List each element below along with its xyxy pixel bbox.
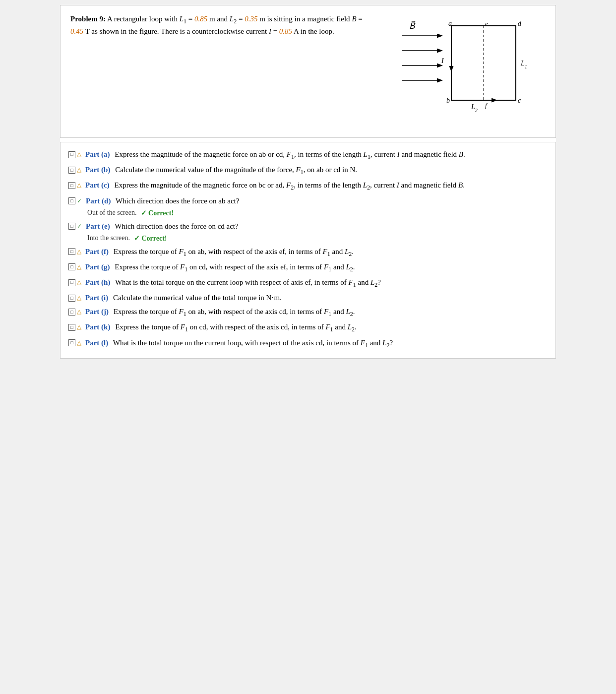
part-c-icons: □ △ bbox=[68, 181, 81, 190]
part-h-text: What is the total torque on the current … bbox=[115, 278, 381, 286]
part-row-e: □ ✓ Part (e) Which direction does the fo… bbox=[68, 220, 548, 232]
part-g-text: Express the torque of F1 on cd, with res… bbox=[115, 263, 355, 271]
svg-text:L1: L1 bbox=[520, 60, 527, 69]
triangle-icon-i: △ bbox=[77, 293, 81, 303]
triangle-icon-l: △ bbox=[77, 338, 81, 348]
part-c-label: Part (c) bbox=[85, 181, 110, 189]
part-e-text: Which direction does the force on cd act… bbox=[115, 222, 238, 230]
svg-text:L2: L2 bbox=[471, 103, 478, 113]
part-b-content: Part (b) Calculate the numerical value o… bbox=[85, 164, 357, 177]
part-j-icons: □ △ bbox=[68, 307, 81, 316]
figure-svg: B⃗ a d b c e f L1 L2 I bbox=[397, 18, 536, 127]
part-row-f: □ △ Part (f) Express the torque of F1 on… bbox=[68, 246, 548, 259]
checkbox-b[interactable]: □ bbox=[68, 167, 75, 174]
page-container: Problem 9: A rectangular loop with L1 = … bbox=[60, 5, 556, 359]
checkbox-d[interactable]: □ bbox=[68, 197, 75, 204]
triangle-icon-g: △ bbox=[77, 262, 81, 272]
triangle-icon-h: △ bbox=[77, 278, 81, 287]
part-a-label: Part (a) bbox=[85, 150, 110, 158]
checkbox-g[interactable]: □ bbox=[68, 263, 75, 270]
triangle-icon-f: △ bbox=[77, 247, 81, 256]
part-i-text: Calculate the numerical value of the tot… bbox=[113, 294, 282, 302]
part-l-text: What is the total torque on the current … bbox=[113, 339, 393, 347]
part-l-content: Part (l) What is the total torque on the… bbox=[85, 337, 393, 350]
part-row-i: □ △ Part (i) Calculate the numerical val… bbox=[68, 292, 548, 304]
part-e-label: Part (e) bbox=[86, 222, 110, 230]
part-g-content: Part (g) Express the torque of F1 on cd,… bbox=[85, 261, 355, 274]
part-g-icons: □ △ bbox=[68, 262, 81, 272]
triangle-icon-c: △ bbox=[77, 181, 81, 190]
figure-area: B⃗ a d b c e f L1 L2 I bbox=[387, 13, 546, 127]
part-a-icons: □ △ bbox=[68, 150, 81, 159]
checkbox-j[interactable]: □ bbox=[68, 309, 75, 315]
parts-section: □ △ Part (a) Express the magnitude of th… bbox=[60, 142, 556, 359]
part-k-content: Part (k) Express the torque of F1 on cd,… bbox=[85, 321, 357, 334]
part-k-icons: □ △ bbox=[68, 322, 81, 332]
part-k-text: Express the torque of F1 on cd, with res… bbox=[115, 323, 357, 331]
part-b-text: Calculate the numerical value of the mag… bbox=[115, 166, 357, 174]
part-row-g: □ △ Part (g) Express the torque of F1 on… bbox=[68, 261, 548, 274]
part-d-answer-line: Out of the screen. ✓ Correct! bbox=[87, 209, 548, 217]
part-d-correct: ✓ Correct! bbox=[141, 209, 174, 217]
part-a-text: Express the magnitude of the magnetic fo… bbox=[115, 150, 465, 158]
part-e-content: Part (e) Which direction does the force … bbox=[86, 220, 239, 232]
part-row-c: □ △ Part (c) Express the magnitude of th… bbox=[68, 179, 548, 192]
svg-text:a: a bbox=[448, 20, 452, 27]
part-h-content: Part (h) What is the total torque on the… bbox=[85, 276, 381, 290]
part-f-text: Express the torque of F1 on ab, with res… bbox=[114, 248, 354, 255]
triangle-icon-k: △ bbox=[77, 322, 81, 332]
part-c-content: Part (c) Express the magnitude of the ma… bbox=[85, 179, 465, 192]
part-l-icons: □ △ bbox=[68, 338, 81, 348]
part-h-icons: □ △ bbox=[68, 278, 81, 287]
part-d-text: Which direction does the force on ab act… bbox=[116, 197, 239, 205]
part-row-a: □ △ Part (a) Express the magnitude of th… bbox=[68, 148, 548, 162]
checkbox-e[interactable]: □ bbox=[68, 223, 75, 230]
svg-text:B⃗: B⃗ bbox=[409, 21, 416, 31]
checkbox-a[interactable]: □ bbox=[68, 151, 75, 158]
part-d-icons: □ ✓ bbox=[68, 196, 82, 206]
part-h-label: Part (h) bbox=[85, 278, 110, 286]
check-icon-d: ✓ bbox=[77, 196, 82, 206]
part-e-answer: Into the screen. bbox=[87, 234, 130, 242]
problem-number: Problem 9: bbox=[70, 15, 106, 23]
checkbox-k[interactable]: □ bbox=[68, 324, 75, 331]
triangle-icon-b: △ bbox=[77, 165, 81, 175]
part-row-k: □ △ Part (k) Express the torque of F1 on… bbox=[68, 321, 548, 334]
svg-text:d: d bbox=[518, 20, 522, 27]
part-d-label: Part (d) bbox=[86, 197, 111, 205]
svg-text:I: I bbox=[441, 57, 444, 64]
checkbox-l[interactable]: □ bbox=[68, 339, 75, 346]
part-row-j: □ △ Part (j) Express the torque of F1 on… bbox=[68, 306, 548, 319]
part-f-label: Part (f) bbox=[85, 248, 109, 255]
part-i-label: Part (i) bbox=[85, 294, 108, 302]
checkbox-i[interactable]: □ bbox=[68, 295, 75, 302]
part-c-text: Express the magnitude of the magnetic fo… bbox=[114, 181, 464, 189]
part-e-answer-line: Into the screen. ✓ Correct! bbox=[87, 234, 548, 243]
part-j-content: Part (j) Express the torque of F1 on ab,… bbox=[85, 306, 355, 319]
part-i-content: Part (i) Calculate the numerical value o… bbox=[85, 292, 282, 304]
part-d-content: Part (d) Which direction does the force … bbox=[86, 195, 239, 207]
problem-text: Problem 9: A rectangular loop with L1 = … bbox=[70, 13, 377, 37]
part-row-l: □ △ Part (l) What is the total torque on… bbox=[68, 337, 548, 350]
part-g-label: Part (g) bbox=[85, 263, 110, 271]
part-j-label: Part (j) bbox=[85, 308, 109, 315]
problem-desc: A rectangular loop with L1 = 0.85 m and … bbox=[70, 15, 363, 35]
part-row-b: □ △ Part (b) Calculate the numerical val… bbox=[68, 164, 548, 177]
part-f-icons: □ △ bbox=[68, 247, 81, 256]
part-j-text: Express the torque of F1 on ab, with res… bbox=[114, 308, 355, 315]
part-e-correct: ✓ Correct! bbox=[134, 234, 167, 243]
svg-text:e: e bbox=[485, 20, 488, 27]
part-i-icons: □ △ bbox=[68, 293, 81, 303]
check-icon-e: ✓ bbox=[77, 222, 82, 231]
triangle-icon-j: △ bbox=[77, 307, 81, 316]
part-row-h: □ △ Part (h) What is the total torque on… bbox=[68, 276, 548, 290]
part-d-answer: Out of the screen. bbox=[87, 209, 137, 217]
checkbox-h[interactable]: □ bbox=[68, 279, 75, 286]
part-k-label: Part (k) bbox=[85, 323, 110, 331]
checkbox-f[interactable]: □ bbox=[68, 248, 75, 255]
checkbox-c[interactable]: □ bbox=[68, 182, 75, 189]
part-row-d: □ ✓ Part (d) Which direction does the fo… bbox=[68, 195, 548, 207]
part-l-label: Part (l) bbox=[85, 339, 108, 347]
svg-text:c: c bbox=[518, 97, 521, 104]
svg-text:b: b bbox=[446, 97, 450, 104]
